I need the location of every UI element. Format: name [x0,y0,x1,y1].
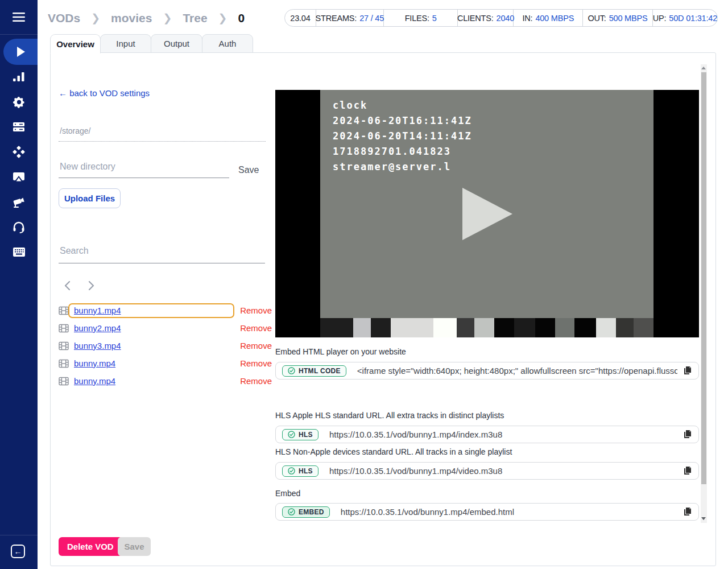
save-button[interactable]: Save [118,537,151,556]
file-row: bunny.mp4 Remove [59,372,272,390]
html-code-badge: HTML CODE [282,365,346,377]
directory-save-button[interactable]: Save [238,165,259,175]
hls-apple-label: HLS Apple HLS standard URL. All extra tr… [275,411,696,420]
film-icon [59,306,69,315]
check-circle-icon [288,467,295,475]
scrollbar-thumb[interactable] [701,72,706,484]
html-code-value: <iframe style="width:640px; height:480px… [357,366,677,376]
sidebar-item-support[interactable] [12,220,26,234]
overview-panel: ← back to VOD settings Save Upload Files… [50,52,716,566]
play-icon [14,46,27,58]
camera-icon [13,196,26,208]
sidebar-item-settings[interactable] [12,95,26,109]
file-row: bunny.mp4 Remove [59,354,272,372]
file-row: bunny2.mp4 Remove [59,319,272,337]
chevron-right-icon: ❯ [218,11,228,24]
status-in: IN:400 MBPS [514,10,583,26]
back-to-vod-settings-link[interactable]: ← back to VOD settings [59,88,150,98]
embed-label: Embed [275,489,696,498]
sidebar-item-statistics[interactable] [12,70,26,84]
status-uptime: UP:50D 01:31:42 [653,10,717,26]
collapse-sidebar-icon[interactable]: ← [11,545,25,558]
breadcrumb: VODs ❯ movies ❯ Tree ❯ 0 [48,10,245,27]
film-icon [59,341,69,351]
tab-output[interactable]: Output [151,34,202,53]
tab-input[interactable]: Input [100,34,151,53]
screen-icon [13,171,25,183]
check-circle-icon [288,431,295,438]
status-streams: STREAMS:27 / 45 [316,10,384,26]
pagination [64,281,94,291]
selected-file-box[interactable]: bunny1.mp4 [68,303,234,318]
sidebar-item-hotkeys[interactable] [12,245,26,259]
remove-file-button[interactable]: Remove [240,306,272,315]
file-link[interactable]: bunny.mp4 [74,358,115,368]
storage-path-input[interactable] [59,126,266,136]
page-prev-icon[interactable] [64,281,71,291]
sidebar-item-cameras[interactable] [12,195,26,209]
file-list: bunny1.mp4 Remove bunny2.mp4 Remove bunn… [59,302,272,390]
file-link[interactable]: bunny.mp4 [74,376,115,386]
grayscale-test-strip [320,318,653,337]
headset-icon [13,221,25,233]
stats-icon [13,71,25,83]
hls-apple-url: https://10.0.35.1/vod/bunny1.mp4/index.m… [329,430,677,439]
upload-files-button[interactable]: Upload Files [59,188,121,208]
vertical-scrollbar[interactable] [701,64,707,523]
hls-apple-row: HLS https://10.0.35.1/vod/bunny1.mp4/ind… [275,426,699,443]
sidebar-item-streams[interactable] [3,39,38,65]
hls-badge: HLS [282,465,318,477]
status-files: FILES:5 [384,10,458,26]
new-directory-field[interactable] [59,161,229,178]
breadcrumb-vods[interactable]: VODs [48,11,80,25]
sidebar-divider-bottom [0,535,38,535]
search-input[interactable] [59,245,265,257]
file-link[interactable]: bunny3.mp4 [74,341,121,351]
cluster-icon [13,146,25,158]
search-field[interactable] [59,245,265,263]
film-icon [59,359,69,368]
check-circle-icon [288,367,295,374]
sidebar-item-storage[interactable] [12,120,26,134]
delete-vod-button[interactable]: Delete VOD [59,537,122,556]
check-circle-icon [288,508,295,516]
breadcrumb-movies[interactable]: movies [111,11,152,25]
status-out: OUT:500 MBPS [583,10,653,26]
tab-overview[interactable]: Overview [50,34,101,53]
server-status-bar: 23.04 STREAMS:27 / 45 FILES:5 CLIENTS:20… [284,9,718,27]
film-icon [59,324,69,333]
hls-nonapple-label: HLS Non-Apple devices standard URL. All … [275,447,696,456]
video-player[interactable]: clock 2024-06-20T16:11:41Z 2024-06-20T14… [275,90,699,337]
storage-path-field[interactable] [59,126,266,142]
copy-icon[interactable] [683,366,692,376]
sidebar-item-cluster[interactable] [12,145,26,159]
remove-file-button[interactable]: Remove [240,376,272,386]
remove-file-button[interactable]: Remove [240,341,272,351]
remove-file-button[interactable]: Remove [240,358,272,368]
tab-auth[interactable]: Auth [202,34,253,53]
page-next-icon[interactable] [88,281,94,291]
copy-icon[interactable] [683,507,692,517]
sidebar-item-screens[interactable] [12,170,26,184]
breadcrumb-tree[interactable]: Tree [183,11,207,25]
keyboard-icon [13,247,26,257]
scroll-down-arrow[interactable] [701,517,706,520]
chevron-right-icon: ❯ [163,11,172,24]
copy-icon[interactable] [683,430,692,439]
html-code-row: HTML CODE <iframe style="width:640px; he… [275,362,699,380]
file-link[interactable]: bunny2.mp4 [74,323,121,333]
scroll-up-arrow[interactable] [701,67,706,69]
status-clients: CLIENTS:2040 [458,10,514,26]
embed-badge: EMBED [282,506,330,518]
remove-file-button[interactable]: Remove [240,323,272,333]
file-link[interactable]: bunny1.mp4 [74,306,121,315]
app-root: ← VODs ❯ movies ❯ Tree ❯ 0 23.04 STREAMS… [0,0,728,569]
server-icon [13,121,25,133]
copy-icon[interactable] [683,466,692,476]
chevron-right-icon: ❯ [91,11,100,24]
new-directory-input[interactable] [59,161,229,172]
hls-nonapple-url: https://10.0.35.1/vod/bunny1.mp4/video.m… [329,466,677,476]
file-row: bunny1.mp4 Remove [59,302,272,319]
play-overlay-icon[interactable] [461,188,514,240]
menu-icon[interactable] [11,10,26,24]
